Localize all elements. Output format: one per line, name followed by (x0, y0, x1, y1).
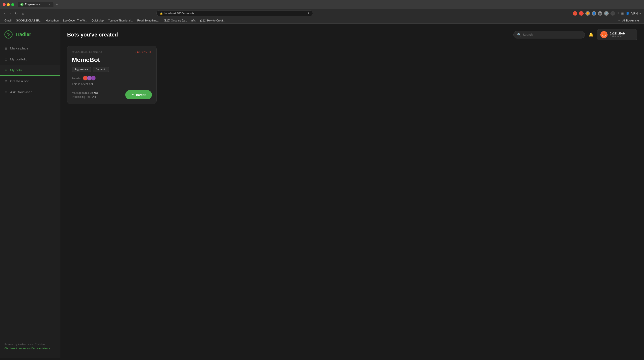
new-tab-button[interactable]: + (54, 2, 59, 7)
tab-close-button[interactable]: ✕ (49, 3, 51, 6)
refresh-button[interactable]: ↻ (14, 11, 19, 16)
bookmark-gmail[interactable]: Gmail (3, 18, 13, 22)
minimize-window-button[interactable] (7, 3, 10, 6)
documentation-link[interactable]: Click here to access our Documentation ↗ (4, 347, 50, 350)
main-content: Bots you've created 🔍 🔔 🦊 0x2E...EAb 0.9… (60, 24, 644, 358)
extension-icon-6[interactable]: ⬛ (610, 11, 615, 16)
sidebar-item-label-portfolio: My portfolio (10, 57, 28, 61)
tab-bar: E Engineerians ✕ + (18, 2, 637, 7)
notification-bell-icon[interactable]: 🔔 (588, 32, 594, 37)
profile-icon[interactable]: 👤 (626, 12, 630, 15)
bookmark-leetcode[interactable]: LeetCode - The W... (61, 18, 89, 22)
url-bar[interactable]: 🔒 localhost:3000/my-bots ⬆ (156, 10, 313, 16)
sidebar-item-ask-droidviser[interactable]: ✧ Ask Droidviser (0, 87, 60, 98)
bot-tag-aggressive: Aggressive (72, 67, 91, 72)
extension-icon-1[interactable]: 🔴 (579, 11, 584, 16)
extensions-icon[interactable]: ⊞ (621, 12, 624, 15)
bot-assets: Assets: (72, 76, 152, 80)
sidebar-item-label-droidviser: Ask Droidviser (10, 90, 32, 94)
portfolio-icon: ⊡ (4, 57, 8, 61)
window-collapse-icon[interactable]: ⌄ (639, 3, 641, 6)
sidebar-item-my-portfolio[interactable]: ⊡ My portfolio (0, 54, 60, 65)
management-fee: Management Fee: 0% (72, 91, 98, 94)
asset-avatar-3 (91, 76, 96, 80)
bot-tag-dynamic: Dynamic (92, 67, 109, 72)
sidebar-item-create-bot[interactable]: ⊕ Create a bot (0, 76, 60, 87)
invest-button[interactable]: ✦ Invest (125, 90, 152, 99)
logo: ↻ Tradier (0, 28, 60, 43)
bot-address: @0x2E1e9A...E8260EAb (72, 50, 102, 54)
header-right: 🔍 🔔 🦊 0x2E...EAb 0.958 AVAX (513, 29, 637, 40)
vpn-badge[interactable]: VPN (631, 12, 638, 15)
browser-chrome: E Engineerians ✕ + ⌄ ‹ › ↻ ⌂ 🔒 localhost… (0, 0, 644, 24)
extension-icon-5[interactable]: 🔗 (604, 11, 609, 16)
active-tab[interactable]: E Engineerians ✕ (18, 2, 54, 7)
user-info: 0x2E...EAb 0.958 AVAX (610, 32, 625, 38)
bot-description: This is a test bot (72, 82, 152, 86)
logo-text: Tradier (15, 32, 31, 37)
user-balance: 0.958 AVAX (610, 35, 625, 38)
bot-card-memebot: @0x2E1e9A...E8260EAb - 48.88% P/L MemeBo… (67, 46, 156, 104)
sidebar-item-label-create: Create a bot (10, 79, 29, 83)
invest-label: Invest (136, 93, 146, 97)
bookmarks-bar: Gmail GOOGLE CLASSR... Hackathon LeetCod… (0, 18, 644, 24)
invest-icon: ✦ (132, 93, 134, 97)
download-icon[interactable]: ⬇ (617, 12, 620, 15)
extension-icon-2[interactable]: 🟠 (586, 11, 590, 16)
bookmark-google-classroom[interactable]: GOOGLE CLASSR... (14, 18, 43, 22)
processing-fee: Processing Fee: 1% (72, 95, 98, 98)
bookmark-hackathon[interactable]: Hackathon (44, 18, 60, 22)
close-window-button[interactable] (3, 3, 6, 6)
share-icon[interactable]: ⬆ (307, 12, 310, 15)
extension-icon-4[interactable]: 🎬 (598, 11, 602, 16)
sidebar-item-label-marketplace: Marketplace (10, 46, 28, 50)
user-avatar: 🦊 (600, 31, 608, 38)
sidebar: ↻ Tradier ⊞ Marketplace ⊡ My portfolio ✦… (0, 24, 60, 358)
bookmark-all[interactable]: All Bookmarks (620, 18, 641, 22)
maximize-window-button[interactable] (11, 3, 14, 6)
menu-icon[interactable]: ≡ (640, 12, 641, 15)
tab-title: Engineerians (25, 3, 40, 6)
bot-card-footer: Management Fee: 0% Processing Fee: 1% ✦ … (72, 90, 152, 99)
url-text: localhost:3000/my-bots (164, 12, 306, 15)
extension-icon-3[interactable]: 🟦 (592, 11, 596, 16)
assets-label: Assets: (72, 76, 82, 80)
sidebar-footer: Powered by Avalanche and Chainlink Click… (0, 340, 60, 354)
main-header: Bots you've created 🔍 🔔 🦊 0x2E...EAb 0.9… (67, 29, 637, 40)
user-address: 0x2E...EAb (610, 32, 625, 35)
traffic-lights (3, 3, 14, 6)
sidebar-item-label-bots: My bots (10, 68, 22, 72)
bots-grid: @0x2E1e9A...E8260EAb - 48.88% P/L MemeBo… (67, 46, 637, 104)
search-icon: 🔍 (517, 33, 521, 36)
bot-pl: - 48.88% P/L (135, 50, 152, 54)
bookmark-quickmap[interactable]: QuickMap (90, 18, 105, 22)
user-badge: 🦊 0x2E...EAb 0.958 AVAX (597, 29, 637, 40)
bookmark-read[interactable]: Read Something... (135, 18, 161, 22)
bots-icon: ✦ (4, 68, 8, 72)
logo-icon: ↻ (4, 30, 12, 38)
back-button[interactable]: ‹ (3, 11, 6, 16)
droidviser-icon: ✧ (4, 90, 8, 94)
app-container: ↻ Tradier ⊞ Marketplace ⊡ My portfolio ✦… (0, 24, 644, 358)
sidebar-item-my-bots[interactable]: ✦ My bots (0, 65, 60, 76)
sidebar-item-marketplace[interactable]: ⊞ Marketplace (0, 43, 60, 54)
nav-items: ⊞ Marketplace ⊡ My portfolio ✦ My bots ⊕… (0, 43, 60, 340)
page-title: Bots you've created (67, 32, 118, 38)
forward-button[interactable]: › (8, 11, 12, 16)
tab-favicon: E (20, 3, 24, 6)
lock-icon: 🔒 (160, 12, 163, 15)
bot-tags: Aggressive Dynamic (72, 67, 152, 72)
browser-titlebar: E Engineerians ✕ + ⌄ (0, 0, 644, 9)
bookmark-326[interactable]: (326) Ongoing Ja... (162, 18, 189, 22)
powered-by-text: Powered by Avalanche and Chainlink (4, 343, 56, 346)
metamask-icon[interactable]: 🦊 (573, 11, 577, 16)
bookmark-nfts[interactable]: nfts (190, 18, 198, 22)
search-input[interactable] (523, 33, 581, 36)
bot-name: MemeBot (72, 56, 152, 64)
fee-info: Management Fee: 0% Processing Fee: 1% (72, 91, 98, 98)
bookmark-youtube[interactable]: Youtube Thumbnai... (106, 18, 134, 22)
search-bar[interactable]: 🔍 (513, 31, 585, 38)
home-button[interactable]: ⌂ (21, 11, 25, 16)
more-bookmarks[interactable]: » (618, 19, 620, 22)
bookmark-111[interactable]: (111) How to Creat... (198, 18, 227, 22)
